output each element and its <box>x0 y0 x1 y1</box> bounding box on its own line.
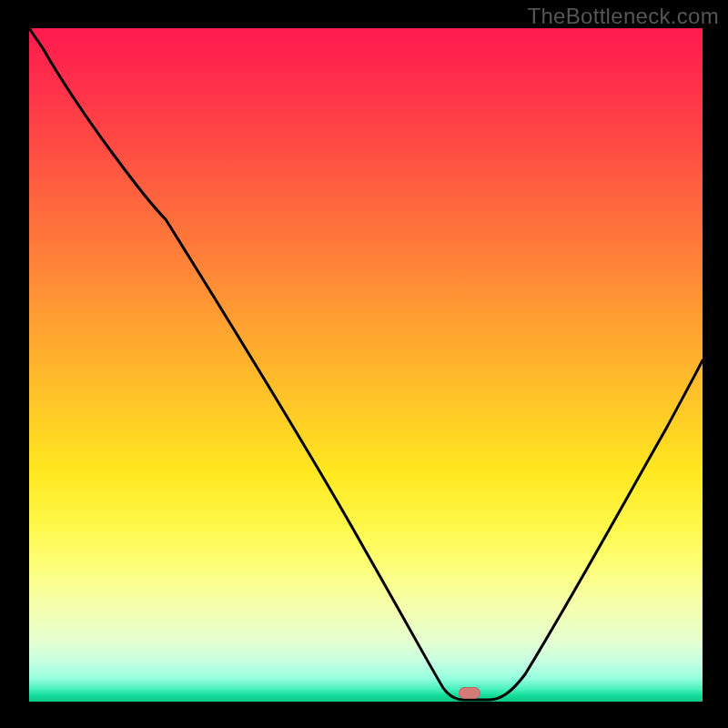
optimal-marker <box>459 687 480 699</box>
bottleneck-curve <box>29 28 703 702</box>
plot-area <box>27 28 703 703</box>
watermark-text: TheBottleneck.com <box>527 4 719 29</box>
chart-stage: TheBottleneck.com <box>0 0 728 728</box>
